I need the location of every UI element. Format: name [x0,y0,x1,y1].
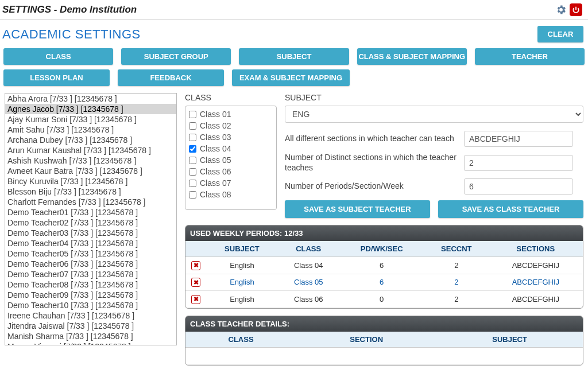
class-label-text: Class 06 [200,167,231,176]
class-teacher-panel: CLASS TEACHER DETAILS: CLASS SECTION SUB… [185,316,583,366]
col-subject: SUBJECT [436,332,583,348]
class-checklist[interactable]: Class 01Class 02Class 03Class 04Class 05… [185,106,277,210]
periods-per-week-input[interactable] [464,178,573,195]
sections-teach-input[interactable] [464,131,573,147]
cell-class: Class 04 [278,257,339,274]
used-weekly-heading: USED WEEKLY PERIODS: 12/33 [185,226,583,241]
tab-row-1: CLASS SUBJECT GROUP SUBJECT CLASS & SUBJ… [0,48,588,69]
class-block: CLASS Class 01Class 02Class 03Class 04Cl… [185,93,277,218]
class-checkbox[interactable] [189,191,196,199]
cell-pdwk: 6 [339,257,424,274]
teacher-item[interactable]: Arun Kumar Kaushal [7/33 ] [12345678 ] [5,145,176,155]
tab-subject-group[interactable]: SUBJECT GROUP [121,48,231,65]
power-icon[interactable] [570,3,582,16]
class-check-row[interactable]: Class 05 [189,154,273,166]
table-row[interactable]: ✖EnglishClass 0562ABCDEFGHIJ [185,274,583,291]
class-label-text: Class 01 [200,110,231,119]
field-label: All different sections in which teacher … [285,134,457,144]
tab-exam-subject-mapping[interactable]: EXAM & SUBJECT MAPPING [232,69,350,86]
delete-icon[interactable]: ✖ [191,278,200,287]
cell-seccnt: 2 [424,291,489,308]
teacher-item[interactable]: Archana Dubey [7/33 ] [12345678 ] [5,135,176,145]
teacher-item[interactable]: Amit Sahu [7/33 ] [12345678 ] [5,125,176,135]
teacher-item[interactable]: Demo Teacher07 [7/33 ] [12345678 ] [5,269,176,279]
teacher-item[interactable]: Ashish Kushwah [7/33 ] [12345678 ] [5,155,176,166]
cell-seccnt: 2 [424,274,489,291]
table-row[interactable]: ✖EnglishClass 0602ABCDEFGHIJ [185,291,583,308]
class-check-row[interactable]: Class 03 [189,131,273,143]
class-checkbox[interactable] [189,168,196,176]
class-checkbox[interactable] [189,134,196,141]
teacher-item[interactable]: Demo Teacher09 [7/33 ] [12345678 ] [5,290,176,300]
class-label-text: Class 04 [200,144,231,153]
teacher-item[interactable]: Avneet Kaur Batra [7/33 ] [12345678 ] [5,166,176,176]
teacher-item[interactable]: Ireene Chauhan [7/33 ] [12345678 ] [5,310,176,321]
col-sections: SECTIONS [489,241,583,257]
teacher-item[interactable]: Demo Teacher06 [7/33 ] [12345678 ] [5,259,176,269]
distinct-sections-input[interactable] [464,155,573,171]
teacher-item[interactable]: Meena Virmani [7/33 ] [12345678 ] [5,341,176,345]
teacher-item[interactable]: Demo Teacher03 [7/33 ] [12345678 ] [5,228,176,238]
class-checkbox[interactable] [189,157,196,164]
class-check-row[interactable]: Class 07 [189,177,273,189]
col-section: SECTION [296,332,436,348]
class-check-row[interactable]: Class 02 [189,120,273,131]
class-checkbox[interactable] [189,111,196,118]
teacher-item[interactable]: Demo Teacher04 [7/33 ] [12345678 ] [5,238,176,248]
tab-class-subject-mapping[interactable]: CLASS & SUBJECT MAPPING [357,48,467,65]
class-label-text: Class 05 [200,155,231,165]
teacher-listbox[interactable]: Abha Arora [7/33 ] [12345678 ]Agnes Jaco… [5,93,177,345]
teacher-item[interactable]: Manish Sharma [7/33 ] [12345678 ] [5,331,176,341]
col-subject: SUBJECT [206,241,278,257]
cell-class: Class 06 [278,291,339,308]
tab-teacher[interactable]: TEACHER [475,48,585,65]
main-content: Abha Arora [7/33 ] [12345678 ]Agnes Jaco… [0,93,588,371]
tab-feedback[interactable]: FEEDBACK [118,69,224,86]
class-checkbox[interactable] [189,122,196,130]
teacher-item[interactable]: Blesson Biju [7/33 ] [12345678 ] [5,186,176,197]
settings-gear-icon[interactable] [555,3,567,16]
teacher-item[interactable]: Bincy Kuruvila [7/33 ] [12345678 ] [5,176,176,186]
field-label: Number of Periods/Section/Week [285,181,457,192]
class-check-row[interactable]: Class 06 [189,166,273,177]
teacher-item[interactable]: Abha Arora [7/33 ] [12345678 ] [5,94,176,104]
cell-subject: English [206,274,278,291]
teacher-item[interactable]: Demo Teacher08 [7/33 ] [12345678 ] [5,279,176,290]
save-button-row: SAVE AS SUBJECT TEACHER SAVE AS CLASS TE… [285,200,583,218]
col-seccnt: SECCNT [424,241,489,257]
tab-class[interactable]: CLASS [3,48,113,65]
used-weekly-table: SUBJECT CLASS PD/WK/SEC SECCNT SECTIONS … [185,241,583,308]
table-row[interactable]: ✖EnglishClass 0462ABCDEFGHIJ [185,257,583,274]
teacher-item[interactable]: Demo Teacher01 [7/33 ] [12345678 ] [5,207,176,217]
class-check-row[interactable]: Class 08 [189,189,273,200]
field-label: Number of Distinct sections in which the… [285,153,457,173]
class-check-row[interactable]: Class 01 [189,108,273,120]
used-weekly-panel: USED WEEKLY PERIODS: 12/33 SUBJECT CLASS… [185,225,583,309]
class-label-text: Class 07 [200,178,231,188]
subject-select[interactable]: ENG [285,106,583,123]
teacher-item[interactable]: Ajay Kumar Soni [7/33 ] [12345678 ] [5,114,176,125]
teacher-item[interactable]: Charlott Fernandes [7/33 ] [12345678 ] [5,197,176,207]
col-class: CLASS [185,332,296,348]
teacher-item[interactable]: Demo Teacher10 [7/33 ] [12345678 ] [5,300,176,310]
tab-subject[interactable]: SUBJECT [239,48,349,65]
delete-icon[interactable]: ✖ [191,295,200,304]
class-check-row[interactable]: Class 04 [189,143,273,154]
clear-button[interactable]: CLEAR [537,26,583,42]
page-title: SETTINGS - Demo Institution [2,4,137,15]
class-checkbox[interactable] [189,180,196,187]
teacher-item[interactable]: Jitendra Jaiswal [7/33 ] [12345678 ] [5,321,176,331]
cell-sections: ABCDEFGHIJ [489,291,583,308]
teacher-item[interactable]: Agnes Jacob [7/33 ] [12345678 ] [5,104,176,114]
periods-per-week-row: Number of Periods/Section/Week [285,178,583,195]
save-subject-teacher-button[interactable]: SAVE AS SUBJECT TEACHER [285,200,430,218]
class-label-text: Class 03 [200,133,231,142]
class-checkbox[interactable] [189,145,196,153]
teacher-item[interactable]: Demo Teacher05 [7/33 ] [12345678 ] [5,248,176,259]
delete-icon[interactable]: ✖ [191,261,200,270]
teacher-item[interactable]: Demo Teacher02 [7/33 ] [12345678 ] [5,217,176,228]
save-class-teacher-button[interactable]: SAVE AS CLASS TEACHER [438,200,583,218]
subject-block: SUBJECT ENG All different sections in wh… [285,93,583,218]
distinct-sections-row: Number of Distinct sections in which the… [285,153,583,173]
tab-lesson-plan[interactable]: LESSON PLAN [3,69,110,86]
